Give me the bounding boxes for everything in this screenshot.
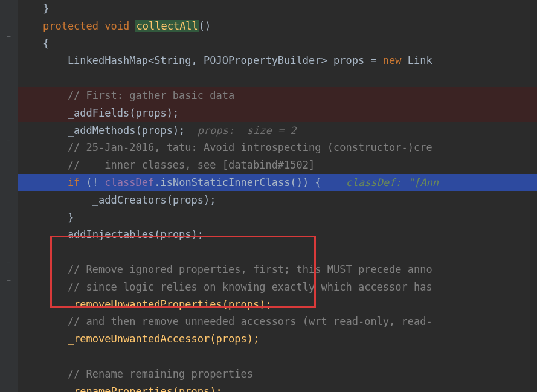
comment-text: // inner classes, see [databind#1502] [18,159,315,171]
brace-close: } [18,211,74,223]
editor-gutter: − − − − [0,0,18,392]
code-line[interactable]: } [18,209,537,227]
debug-hint-label: props: [185,124,246,137]
code-line[interactable]: _removeUnwantedAccessor(props); [18,330,537,348]
keyword-protected: protected [18,20,98,32]
args: (props); [173,385,222,392]
code-line[interactable]: addInjectables(props); [18,226,537,243]
code-line[interactable]: protected void collectAll() [18,18,537,35]
method-name-highlight: collectAll [135,20,198,32]
comment-text: // and then remove unneeded accessors (w… [18,315,432,327]
method-call: isNonStaticInnerClass [160,176,290,188]
code-line[interactable]: _addMethods(props); props: size = 2 [18,122,537,140]
code-line[interactable]: _removeUnwantedProperties(props); [18,296,537,313]
code-line[interactable]: _renameProperties(props); [18,383,537,392]
comment-text: // Rename remaining properties [18,368,253,380]
field-ref: _classDef [98,176,154,188]
brace-open: { [18,37,49,50]
code-line[interactable]: // Rename remaining properties [18,365,537,383]
code-line[interactable]: LinkedHashMap<String, POJOPropertyBuilde… [18,52,537,69]
paren: ( [86,176,92,188]
debug-hint-label: _classDef: [339,176,408,188]
code-line-blank[interactable] [18,69,537,87]
code-text: LinkedHashMap<String, POJOPropertyBuilde… [18,54,383,66]
code-text: Link [402,54,432,66]
fold-toggle-icon[interactable]: − [4,258,13,268]
debug-hint-value: "[Ann [408,176,439,188]
method-call: _addCreators [18,194,167,206]
code-line-execution[interactable]: if (!_classDef.isNonStaticInnerClass()) … [18,174,537,191]
args: (props); [167,194,216,206]
keyword-if: if [18,176,86,188]
keyword-new: new [383,54,402,66]
args: (props); [129,107,179,119]
code-line[interactable]: _addFields(props); [18,104,537,122]
keyword-void: void [98,20,135,32]
code-line[interactable]: { [18,35,537,53]
code-line[interactable]: // Remove ignored properties, first; thi… [18,261,537,278]
method-call: _addMethods [18,124,135,137]
code-editor[interactable]: } protected void collectAll() { LinkedHa… [18,0,537,392]
method-call: _addFields [18,107,129,119]
code-line[interactable]: // inner classes, see [databind#1502] [18,156,537,174]
code-line-blank[interactable] [18,243,537,261]
code-line[interactable]: _addCreators(props); [18,191,537,209]
dot: . [154,176,160,188]
code-line[interactable]: } [18,0,537,18]
code-line[interactable]: // since logic relies on knowing exactly… [18,278,537,296]
args: (props); [222,298,272,310]
code-line-blank[interactable] [18,348,537,365]
comment-text: // Remove ignored properties, first; thi… [18,263,432,275]
fold-toggle-icon[interactable]: − [4,31,13,41]
method-call: _renameProperties [18,385,173,392]
comment-text: // 25-Jan-2016, tatu: Avoid introspectin… [18,141,432,153]
args: (props); [135,124,185,137]
args: (props); [154,228,204,240]
method-call: _removeUnwantedProperties [18,298,222,310]
paren: ) [303,176,309,188]
fold-toggle-icon[interactable]: − [4,136,13,146]
fold-toggle-icon[interactable]: − [4,275,13,285]
comment-text: // since logic relies on knowing exactly… [18,281,432,293]
comment-text: // First: gather basic data [18,89,234,101]
brace-open: { [309,176,339,188]
method-call: _removeUnwantedAccessor [18,333,210,345]
code-line[interactable]: // First: gather basic data [18,87,537,104]
debug-hint-value: size = 2 [247,124,297,137]
paren: () [199,20,211,32]
method-call: addInjectables [18,228,154,240]
args: (props); [210,333,259,345]
code-line[interactable]: // and then remove unneeded accessors (w… [18,313,537,330]
code-line[interactable]: // 25-Jan-2016, tatu: Avoid introspectin… [18,139,537,156]
paren: () [290,176,302,188]
operator-not: ! [92,176,98,188]
brace-close: } [18,2,49,14]
